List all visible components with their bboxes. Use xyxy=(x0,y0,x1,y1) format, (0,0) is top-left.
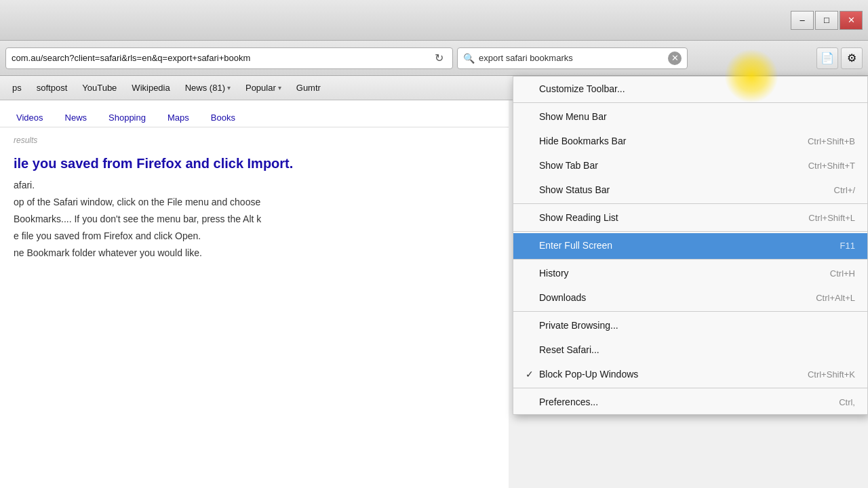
refresh-button[interactable]: ↻ xyxy=(431,50,447,66)
search-icon: 🔍 xyxy=(463,53,475,64)
search-tabs: Videos News Shopping Maps Books xyxy=(0,100,509,127)
menu-item-label-customize: Customize Toolbar... xyxy=(539,83,855,94)
results-summary: results xyxy=(0,133,509,148)
minimize-button[interactable]: – xyxy=(791,11,814,30)
menu-item-enter-full-screen[interactable]: Enter Full ScreenF11 xyxy=(513,233,867,260)
menu-item-check-block-popups: ✓ xyxy=(526,369,536,380)
search-clear-button[interactable]: ✕ xyxy=(668,52,682,65)
snippet-line-1: afari. xyxy=(14,178,495,192)
menu-item-show-reading-list[interactable]: Show Reading ListCtrl+Shift+L xyxy=(513,205,867,232)
menu-item-shortcut-show-tab-bar: Ctrl+Shift+T xyxy=(808,161,855,171)
menu-item-customize[interactable]: Customize Toolbar... xyxy=(513,77,867,103)
menu-item-label-preferences: Preferences... xyxy=(539,396,839,407)
menu-item-history[interactable]: HistoryCtrl+H xyxy=(513,261,867,285)
bookmark-news[interactable]: News (81) ▾ xyxy=(178,80,237,96)
menu-item-show-status-bar[interactable]: Show Status BarCtrl+/ xyxy=(513,178,867,204)
menu-item-label-show-reading-list: Show Reading List xyxy=(539,212,808,223)
result-snippet: afari. op of the Safari window, click on… xyxy=(14,178,495,260)
snippet-line-2: op of the Safari window, click on the Fi… xyxy=(14,195,495,209)
search-query-text: export safari bookmarks xyxy=(479,53,664,63)
snippet-line-3: Bookmarks.... If you don't see the menu … xyxy=(14,212,495,226)
result-block: ile you saved from Firefox and click Imp… xyxy=(0,148,509,271)
gear-button[interactable]: ⚙ xyxy=(841,47,863,69)
bookmark-softpost[interactable]: softpost xyxy=(30,80,75,96)
popular-dropdown-arrow: ▾ xyxy=(278,84,281,92)
menu-item-shortcut-hide-bookmarks-bar: Ctrl+Shift+B xyxy=(808,136,855,146)
menu-item-downloads[interactable]: DownloadsCtrl+Alt+L xyxy=(513,285,867,312)
menu-item-preferences[interactable]: Preferences...Ctrl, xyxy=(513,390,867,414)
result-title[interactable]: ile you saved from Firefox and click Imp… xyxy=(14,156,495,171)
menu-item-shortcut-enter-full-screen: F11 xyxy=(840,241,855,251)
menu-item-show-menu-bar[interactable]: Show Menu Bar xyxy=(513,104,867,129)
address-bar[interactable]: com.au/search?client=safari&rls=en&q=exp… xyxy=(5,47,453,69)
tab-books[interactable]: Books xyxy=(208,108,238,127)
snippet-line-5: ne Bookmark folder whatever you would li… xyxy=(14,246,495,260)
save-page-button[interactable]: 📄 xyxy=(816,47,838,69)
menu-item-label-show-tab-bar: Show Tab Bar xyxy=(539,160,808,171)
close-button[interactable]: ✕ xyxy=(840,11,863,30)
result-bold-text: ile you saved from Firefox and click Imp… xyxy=(14,156,293,171)
menu-item-shortcut-show-reading-list: Ctrl+Shift+L xyxy=(808,213,855,223)
main-content: Videos News Shopping Maps Books results … xyxy=(0,100,509,488)
maximize-button[interactable]: □ xyxy=(815,11,838,30)
snippet-line-4: e file you saved from Firefox and click … xyxy=(14,229,495,243)
toolbar-icons: 📄 ⚙ xyxy=(816,47,863,69)
tab-maps[interactable]: Maps xyxy=(165,108,192,127)
tab-shopping[interactable]: Shopping xyxy=(106,108,149,127)
menu-item-shortcut-block-popups: Ctrl+Shift+K xyxy=(808,369,855,380)
toolbar-row: com.au/search?client=safari&rls=en&q=exp… xyxy=(0,41,868,76)
address-text: com.au/search?client=safari&rls=en&q=exp… xyxy=(12,53,431,63)
bookmark-ps[interactable]: ps xyxy=(5,80,28,96)
menu-item-reset-safari[interactable]: Reset Safari... xyxy=(513,338,867,362)
menu-item-block-popups[interactable]: ✓Block Pop-Up WindowsCtrl+Shift+K xyxy=(513,362,867,388)
menu-item-shortcut-history: Ctrl+H xyxy=(830,268,855,279)
bookmark-gumtr[interactable]: Gumtr xyxy=(290,80,328,96)
menu-item-label-enter-full-screen: Enter Full Screen xyxy=(539,240,840,251)
menu-item-label-show-menu-bar: Show Menu Bar xyxy=(539,111,855,122)
menu-item-label-block-popups: Block Pop-Up Windows xyxy=(539,369,808,380)
bookmark-popular[interactable]: Popular ▾ xyxy=(239,80,288,96)
tab-news[interactable]: News xyxy=(62,108,90,127)
search-bar[interactable]: 🔍 export safari bookmarks ✕ xyxy=(457,47,688,69)
bookmark-wikipedia[interactable]: Wikipedia xyxy=(125,80,176,96)
menu-item-private-browsing[interactable]: Private Browsing... xyxy=(513,313,867,338)
menu-item-label-history: History xyxy=(539,268,830,279)
menu-item-label-show-status-bar: Show Status Bar xyxy=(539,184,834,195)
bookmark-youtube[interactable]: YouTube xyxy=(75,80,123,96)
menu-item-label-reset-safari: Reset Safari... xyxy=(539,344,855,355)
menu-item-shortcut-preferences: Ctrl, xyxy=(839,397,855,407)
menu-item-label-private-browsing: Private Browsing... xyxy=(539,320,855,331)
menu-item-hide-bookmarks-bar[interactable]: Hide Bookmarks BarCtrl+Shift+B xyxy=(513,129,867,153)
menu-item-label-downloads: Downloads xyxy=(539,292,816,303)
menu-item-label-hide-bookmarks-bar: Hide Bookmarks Bar xyxy=(539,136,808,146)
tab-videos[interactable]: Videos xyxy=(14,108,46,127)
menu-item-show-tab-bar[interactable]: Show Tab BarCtrl+Shift+T xyxy=(513,153,867,178)
window-chrome: – □ ✕ xyxy=(0,0,868,41)
menu-item-shortcut-downloads: Ctrl+Alt+L xyxy=(816,293,855,303)
context-menu: Customize Toolbar...Show Menu BarHide Bo… xyxy=(513,76,868,415)
news-dropdown-arrow: ▾ xyxy=(227,84,231,92)
menu-item-shortcut-show-status-bar: Ctrl+/ xyxy=(834,185,855,195)
